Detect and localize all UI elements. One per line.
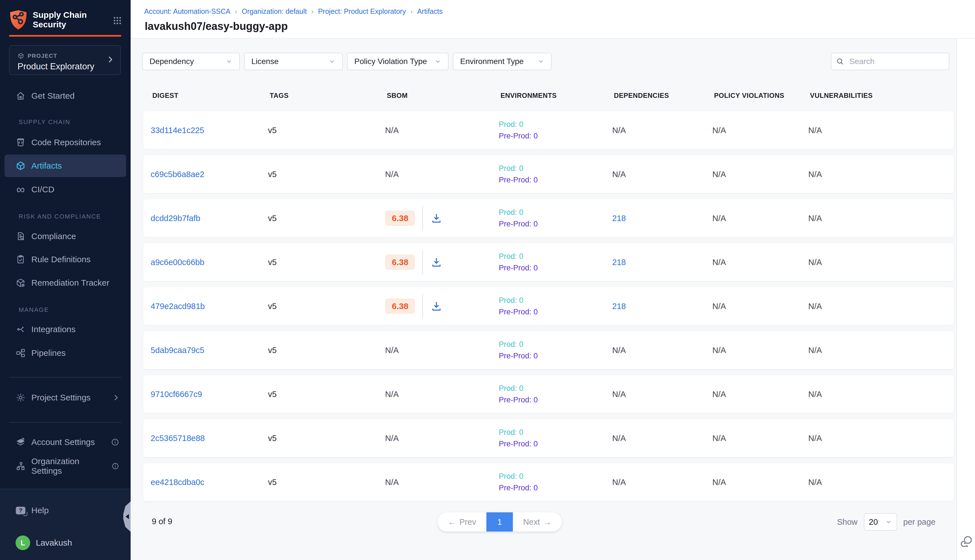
sidebar-item-remediation-tracker[interactable]: Remediation Tracker [5,274,126,291]
box-edit-icon [15,278,26,288]
table-row[interactable]: c69c5b6a8ae2 v5 N/A Prod: 0 Pre-Prod: 0 … [143,155,953,193]
page-title: lavakush07/easy-buggy-app [145,20,288,32]
sidebar-item-rule-definitions[interactable]: Rule Definitions [5,251,126,268]
env-preprod: Pre-Prod: 0 [499,308,612,317]
environments-cell: Prod: 0 Pre-Prod: 0 [499,120,612,140]
digest-link[interactable]: a9c6e00c66bb [151,258,204,267]
vulnerabilities-value: N/A [808,390,953,399]
info-icon[interactable] [112,462,119,470]
sidebar-divider [9,377,121,378]
user-menu[interactable]: L Lavakush [5,534,126,551]
filter-select-environment-type[interactable]: Environment Type [453,53,551,70]
breadcrumb-link[interactable]: Project: Product Exploratory [318,7,406,15]
column-header: ENVIRONMENTS [501,92,614,100]
sbom-cell: 6.38 [385,206,499,230]
sbom-na: N/A [385,390,399,399]
chat-support-icon[interactable] [959,535,973,549]
filter-select-policy-violation-type[interactable]: Policy Violation Type [347,53,449,70]
table-row[interactable]: dcdd29b7fafb v5 6.38 Prod: 0 Pre-Prod: 0… [143,199,953,237]
table-row[interactable]: a9c6e00c66bb v5 6.38 Prod: 0 Pre-Prod: 0… [143,243,953,281]
dependencies-value: N/A [612,478,626,487]
search-icon [836,57,845,66]
sidebar-item-account-settings[interactable]: Account Settings [5,434,126,451]
filter-label: Environment Type [460,57,524,66]
table-row[interactable]: 9710cf6667c9 v5 N/A Prod: 0 Pre-Prod: 0 … [143,375,953,413]
vulnerabilities-value: N/A [808,346,953,355]
sidebar-item-artifacts[interactable]: Artifacts [5,155,126,177]
download-sbom-button[interactable] [430,212,442,225]
page-size-control: Show 20 per page [837,512,935,532]
filter-select-dependency[interactable]: Dependency [142,53,240,70]
avatar: L [15,535,30,550]
sidebar-item-integrations[interactable]: Integrations [5,321,126,338]
digest-link[interactable]: 2c5365718e88 [151,434,205,443]
prev-page-button[interactable]: ←Prev [437,512,486,532]
cube-icon [17,52,24,59]
sidebar-item-get-started[interactable]: Get Started [5,87,126,104]
sbom-score-badge: 6.38 [385,255,415,270]
module-grid-icon[interactable] [113,16,122,25]
tag-value: v5 [268,258,385,267]
digest-link[interactable]: dcdd29b7fafb [151,214,200,223]
sidebar-item-project-settings[interactable]: Project Settings [5,389,126,406]
filter-label: Dependency [150,57,194,66]
table-row[interactable]: ee4218cdba0c v5 N/A Prod: 0 Pre-Prod: 0 … [143,463,953,501]
table-row[interactable]: 33d114e1c225 v5 N/A Prod: 0 Pre-Prod: 0 … [143,112,953,149]
project-selector-value: Product Exploratory [17,62,94,72]
policy-violations-value: N/A [712,434,808,443]
dependencies-value[interactable]: 218 [612,214,626,223]
info-icon[interactable] [111,438,119,447]
sidebar-item-pipelines[interactable]: Pipelines [5,345,126,362]
dependencies-value[interactable]: 218 [612,258,626,267]
env-preprod: Pre-Prod: 0 [499,132,612,140]
download-sbom-button[interactable] [430,256,442,268]
current-page-button[interactable]: 1 [486,512,513,532]
policy-violations-value: N/A [712,390,808,399]
help-chat-icon: ? [15,505,26,515]
sidebar-item-code-repositories[interactable]: Code Repositories [5,134,126,151]
home-icon [15,91,26,101]
vulnerabilities-value: N/A [808,478,953,487]
policy-violations-value: N/A [712,258,808,267]
digest-link[interactable]: 5dab9caa79c5 [151,346,204,355]
project-selector-label: PROJECT [17,52,57,59]
vulnerabilities-value: N/A [808,214,953,223]
filter-select-license[interactable]: License [244,53,343,70]
sbom-cell: N/A [385,390,499,399]
table-row[interactable]: 2c5365718e88 v5 N/A Prod: 0 Pre-Prod: 0 … [143,419,953,457]
digest-link[interactable]: ee4218cdba0c [151,478,204,487]
sidebar-item-organization-settings[interactable]: Organization Settings [5,458,126,475]
pipelines-icon [15,348,26,358]
digest-link[interactable]: 33d114e1c225 [151,126,204,135]
layers-gear-icon [15,437,26,447]
sidebar-item-compliance[interactable]: Compliance [5,228,126,245]
table-row[interactable]: 5dab9caa79c5 v5 N/A Prod: 0 Pre-Prod: 0 … [143,331,953,369]
project-selector[interactable]: PROJECT Product Exploratory [9,45,121,75]
tag-value: v5 [268,302,385,311]
digest-link[interactable]: 9710cf6667c9 [151,390,202,399]
digest-link[interactable]: 479e2acd981b [151,302,205,311]
download-icon [430,212,442,225]
sbom-score-badge: 6.38 [385,298,415,314]
env-prod: Prod: 0 [499,472,612,481]
search-input[interactable] [831,53,949,70]
environments-cell: Prod: 0 Pre-Prod: 0 [499,472,612,492]
page-size-select[interactable]: 20 [864,513,897,531]
next-page-button[interactable]: Next→ [513,512,562,532]
sidebar-item-cicd[interactable]: ∞ CI/CD [5,181,126,198]
arrow-right-icon: → [543,517,551,527]
sidebar-footer: ? Help L Lavakush [0,489,130,560]
breadcrumb-link[interactable]: Organization: default [242,7,307,15]
sbom-cell: 6.38 [385,250,499,274]
sidebar-item-help[interactable]: ? Help [5,502,126,519]
environments-cell: Prod: 0 Pre-Prod: 0 [499,340,612,360]
dependencies-value[interactable]: 218 [612,302,626,311]
env-preprod: Pre-Prod: 0 [499,352,612,360]
download-sbom-button[interactable] [430,300,442,312]
breadcrumb-link[interactable]: Artifacts [417,7,442,15]
integrations-icon [15,324,26,334]
table-row[interactable]: 479e2acd981b v5 6.38 Prod: 0 Pre-Prod: 0… [143,287,953,325]
dependencies-value: N/A [612,434,626,443]
breadcrumb-link[interactable]: Account: Automation-SSCA [144,7,230,15]
digest-link[interactable]: c69c5b6a8ae2 [151,170,204,179]
